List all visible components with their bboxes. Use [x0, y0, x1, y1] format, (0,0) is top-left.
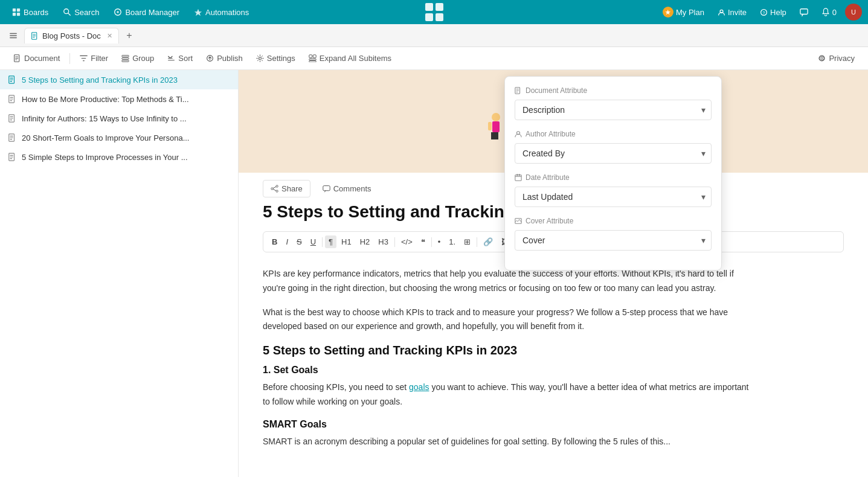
svg-line-5	[68, 13, 71, 16]
filter-toolbar-item[interactable]: Filter	[74, 51, 114, 65]
svg-rect-0	[13, 8, 16, 11]
author-attribute-icon	[515, 130, 522, 138]
tab-close-button[interactable]: ✕	[107, 32, 112, 40]
add-tab-icon: +	[126, 30, 132, 41]
svg-point-28	[821, 57, 823, 59]
svg-rect-18	[122, 56, 129, 57]
boards-icon	[12, 8, 21, 16]
publish-settings-popup: Document Attribute DescriptionTitleConte…	[504, 76, 722, 271]
automations-icon	[194, 8, 202, 16]
sidebar-doc-icon-4	[7, 152, 17, 162]
settings-label: Settings	[267, 54, 295, 63]
my-plan-label: My Plan	[676, 8, 704, 17]
filter-label: Filter	[91, 54, 108, 63]
document-label: Document	[24, 54, 60, 63]
privacy-toolbar-item[interactable]: Privacy	[812, 51, 861, 65]
help-label: Help	[770, 8, 786, 17]
filter-icon	[80, 54, 88, 62]
svg-rect-23	[309, 55, 312, 58]
privacy-icon	[818, 54, 826, 62]
author-attribute-select[interactable]: Created ByAssigned ToUpdated By	[515, 143, 712, 164]
main-area: 5 Steps to Setting and Tracking KPIs in …	[0, 70, 868, 477]
invite-icon	[718, 8, 725, 16]
search-nav-item[interactable]: Search	[57, 5, 105, 19]
date-attribute-select[interactable]: Last UpdatedCreated AtDue Date	[515, 187, 712, 207]
date-attribute-label: Date Attribute	[515, 173, 712, 182]
sidebar-item-3[interactable]: 20 Short-Term Goals to Improve Your Pers…	[0, 128, 238, 147]
user-avatar[interactable]: U	[845, 4, 862, 21]
group-label: Group	[132, 54, 154, 63]
invite-label: Invite	[728, 8, 747, 17]
svg-rect-10	[425, 13, 433, 21]
cover-attribute-label: Cover Attribute	[515, 217, 712, 225]
sidebar-item-4[interactable]: 5 Simple Steps to Improve Processes in Y…	[0, 147, 238, 167]
publish-toolbar-item[interactable]: Publish	[200, 51, 249, 65]
help-item[interactable]: ? Help	[755, 5, 791, 19]
svg-rect-24	[313, 55, 316, 58]
help-icon: ?	[760, 8, 768, 16]
cover-attribute-select-wrap: CoverThumbnailNone ▾	[515, 230, 712, 251]
bell-icon	[821, 8, 830, 16]
search-icon	[63, 8, 71, 16]
sort-label: Sort	[178, 54, 193, 63]
sidebar-item-label-2: Infinity for Authors: 15 Ways to Use Inf…	[22, 114, 187, 123]
svg-rect-65	[516, 174, 518, 176]
sidebar-item-label-3: 20 Short-Term Goals to Improve Your Pers…	[22, 133, 189, 142]
top-navigation: Boards Search Board Manager Automations	[0, 0, 868, 24]
document-tab-icon	[31, 32, 39, 40]
svg-point-7	[117, 11, 120, 13]
chat-item[interactable]	[795, 5, 813, 19]
settings-toolbar-item[interactable]: Settings	[250, 51, 301, 65]
document-icon	[13, 54, 21, 62]
svg-rect-20	[122, 60, 129, 62]
svg-rect-15	[800, 9, 808, 14]
sidebar-doc-icon-3	[7, 133, 17, 142]
toolbar-separator-1	[69, 53, 70, 64]
my-plan-item[interactable]: ★ My Plan	[658, 4, 709, 20]
blog-posts-tab[interactable]: Blog Posts - Doc ✕	[24, 28, 119, 43]
document-toolbar-item[interactable]: Document	[7, 51, 66, 65]
sidebar-item-label-0: 5 Steps to Setting and Tracking KPIs in …	[22, 75, 178, 85]
tab-title: Blog Posts - Doc	[42, 31, 101, 40]
svg-rect-26	[309, 61, 316, 62]
tab-bar: Blog Posts - Doc ✕ +	[0, 24, 868, 47]
boards-nav-label: Boards	[24, 8, 48, 17]
sidebar-doc-icon-0	[7, 75, 17, 85]
expand-icon	[309, 54, 317, 62]
svg-text:?: ?	[762, 10, 765, 15]
document-attribute-select[interactable]: DescriptionTitleContent	[515, 100, 712, 120]
content-area: K P I	[239, 70, 868, 477]
svg-rect-25	[309, 59, 316, 60]
add-tab-button[interactable]: +	[121, 28, 137, 43]
cover-attribute-select[interactable]: CoverThumbnailNone	[515, 230, 712, 251]
notifications-count: 0	[832, 8, 837, 17]
expand-all-label: Expand All Subitems	[320, 54, 391, 63]
sidebar-item-2[interactable]: Infinity for Authors: 15 Ways to Use Inf…	[0, 109, 238, 128]
document-attribute-label: Document Attribute	[515, 86, 712, 95]
boards-nav-item[interactable]: Boards	[6, 5, 54, 19]
board-manager-nav-item[interactable]: Board Manager	[108, 5, 185, 19]
sidebar-item-0[interactable]: 5 Steps to Setting and Tracking KPIs in …	[0, 70, 238, 89]
svg-rect-64	[515, 175, 521, 181]
svg-rect-66	[519, 174, 520, 176]
svg-rect-8	[425, 3, 433, 11]
group-icon	[121, 54, 129, 62]
logo-svg	[424, 2, 445, 22]
automations-nav-label: Automations	[205, 8, 249, 17]
sort-toolbar-item[interactable]: Sort	[161, 51, 199, 65]
app-logo[interactable]	[424, 2, 445, 22]
svg-point-22	[259, 57, 261, 59]
sidebar: 5 Steps to Setting and Tracking KPIs in …	[0, 70, 239, 477]
collapse-icon	[9, 31, 18, 40]
automations-nav-item[interactable]: Automations	[188, 5, 255, 19]
collapse-sidebar-button[interactable]	[5, 27, 22, 44]
settings-icon	[256, 54, 264, 62]
cover-attribute-icon	[515, 217, 522, 225]
notifications-item[interactable]: 0	[817, 5, 841, 19]
svg-rect-9	[436, 3, 443, 11]
group-toolbar-item[interactable]: Group	[115, 51, 160, 65]
sidebar-item-label-1: How to Be More Productive: Top Methods &…	[22, 95, 189, 104]
sidebar-item-1[interactable]: How to Be More Productive: Top Methods &…	[0, 89, 238, 109]
invite-item[interactable]: Invite	[713, 5, 751, 19]
expand-all-toolbar-item[interactable]: Expand All Subitems	[303, 51, 397, 65]
